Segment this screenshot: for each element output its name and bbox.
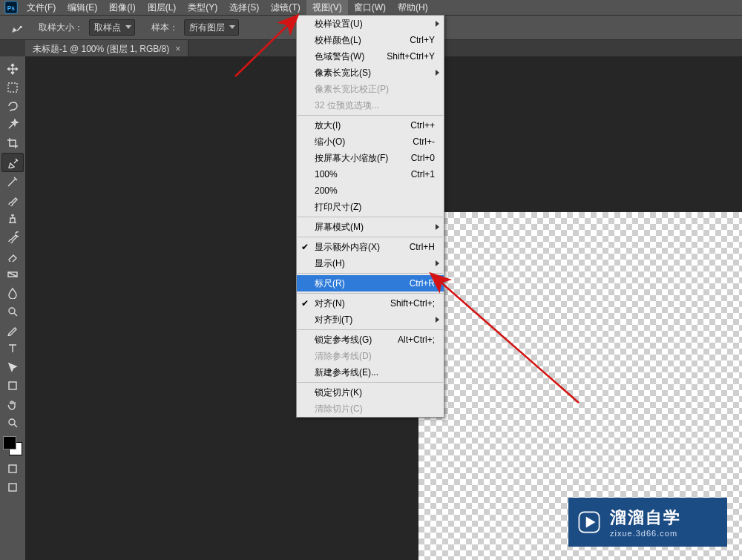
menu-图层[interactable]: 图层(L) [142,0,183,15]
app-logo: Ps [1,0,21,15]
menu-separator [298,382,443,383]
spot-heal-tool[interactable] [2,173,23,191]
clone-stamp-tool[interactable] [2,210,23,228]
svg-point-7 [9,419,15,425]
close-icon[interactable]: × [175,44,180,54]
svg-rect-8 [9,465,16,472]
sample-size-select[interactable]: 取样点 [89,19,135,36]
sample-select[interactable]: 所有图层 [184,19,239,36]
crop-tool[interactable] [2,134,23,152]
color-swatches[interactable] [3,436,22,455]
svg-rect-6 [9,382,16,389]
blur-tool[interactable] [2,284,23,302]
document-tab-title: 未标题-1 @ 100% (图层 1, RGB/8) [33,43,169,56]
svg-text:Ps: Ps [7,5,16,12]
menu-item-缩小[interactable]: 缩小(O)Ctrl+- [297,134,444,150]
menu-item-32 位预览选项: 32 位预览选项... [297,97,444,113]
brush-tool[interactable] [2,191,23,209]
move-tool[interactable] [2,60,23,78]
menu-item-按屏幕大小缩放[interactable]: 按屏幕大小缩放(F)Ctrl+0 [297,150,444,166]
svg-marker-13 [587,518,594,527]
menu-item-清除切片: 清除切片(C) [297,401,444,417]
toolbox [0,56,26,560]
marquee-tool[interactable] [2,79,23,96]
current-tool-icon[interactable] [6,19,28,36]
menu-item-放大[interactable]: 放大(I)Ctrl++ [297,117,444,134]
menu-item-200%[interactable]: 200% [297,182,444,199]
menu-item-显示额外内容[interactable]: ✔显示额外内容(X)Ctrl+H [297,239,444,255]
sample-label: 样本： [151,22,178,34]
svg-rect-3 [8,83,17,92]
watermark-title: 溜溜自学 [610,507,681,529]
hand-tool[interactable] [2,395,23,413]
shape-tool[interactable] [2,377,23,395]
pen-tool[interactable] [2,321,23,339]
svg-rect-9 [9,484,16,491]
menu-item-锁定参考线[interactable]: 锁定参考线(G)Alt+Ctrl+; [297,332,444,348]
menu-滤镜[interactable]: 滤镜(T) [265,0,306,15]
watermark: 溜溜自学 zixue.3d66.com [568,498,727,547]
menu-文件[interactable]: 文件(F) [21,0,62,15]
menu-窗口[interactable]: 窗口(W) [348,0,392,15]
screen-mode-icon[interactable] [2,478,23,496]
menu-item-像素长宽比校正: 像素长宽比校正(P) [297,81,444,97]
svg-point-2 [20,26,22,28]
svg-point-5 [9,308,15,314]
menu-帮助[interactable]: 帮助(H) [392,0,434,15]
menu-separator [298,273,443,274]
menu-编辑[interactable]: 编辑(E) [62,0,103,15]
menu-item-标尺[interactable]: 标尺(R)Ctrl+R [297,275,444,291]
menu-item-新建参考线[interactable]: 新建参考线(E)... [297,364,444,381]
magic-wand-tool[interactable] [2,116,23,134]
menu-separator [298,217,443,217]
watermark-subtitle: zixue.3d66.com [610,529,681,538]
watermark-play-icon [568,510,610,535]
menu-item-100%[interactable]: 100%Ctrl+1 [297,166,444,182]
menu-item-校样颜色[interactable]: 校样颜色(L)Ctrl+Y [297,32,444,48]
menu-separator [298,115,443,116]
menu-item-锁定切片[interactable]: 锁定切片(K) [297,384,444,401]
type-tool[interactable] [2,340,23,358]
menu-item-打印尺寸[interactable]: 打印尺寸(Z) [297,199,444,215]
lasso-tool[interactable] [2,97,23,115]
dodge-tool[interactable] [2,303,23,320]
view-menu-dropdown[interactable]: 校样设置(U)校样颜色(L)Ctrl+Y色域警告(W)Shift+Ctrl+Y像… [296,15,444,418]
menu-separator [298,293,443,294]
menu-item-像素长宽比[interactable]: 像素长宽比(S) [297,65,444,81]
zoom-tool[interactable] [2,414,23,432]
menu-选择[interactable]: 选择(S) [223,0,265,15]
quick-mask-icon[interactable] [2,460,23,478]
menu-item-校样设置[interactable]: 校样设置(U) [297,16,444,32]
menu-视图[interactable]: 视图(V) [306,0,348,15]
sample-size-label: 取样大小： [39,22,83,34]
menu-separator [298,237,443,237]
menu-item-屏幕模式[interactable]: 屏幕模式(M) [297,219,444,235]
menu-类型[interactable]: 类型(Y) [182,0,223,15]
menu-item-色域警告[interactable]: 色域警告(W)Shift+Ctrl+Y [297,48,444,65]
gradient-tool[interactable] [2,266,23,283]
path-select-tool[interactable] [2,358,23,376]
menu-bar: Ps 文件(F)编辑(E)图像(I)图层(L)类型(Y)选择(S)滤镜(T)视图… [0,0,742,15]
menu-separator [298,329,443,330]
menu-item-对齐到[interactable]: 对齐到(T) [297,312,444,328]
eraser-tool[interactable] [2,247,23,265]
menu-item-显示[interactable]: 显示(H) [297,255,444,271]
menu-图像[interactable]: 图像(I) [103,0,141,15]
history-brush-tool[interactable] [2,228,23,246]
menu-item-对齐[interactable]: ✔对齐(N)Shift+Ctrl+; [297,295,444,312]
document-tab[interactable]: 未标题-1 @ 100% (图层 1, RGB/8) × [25,40,188,58]
eyedropper-tool[interactable] [1,153,24,172]
menu-item-清除参考线: 清除参考线(D) [297,348,444,364]
